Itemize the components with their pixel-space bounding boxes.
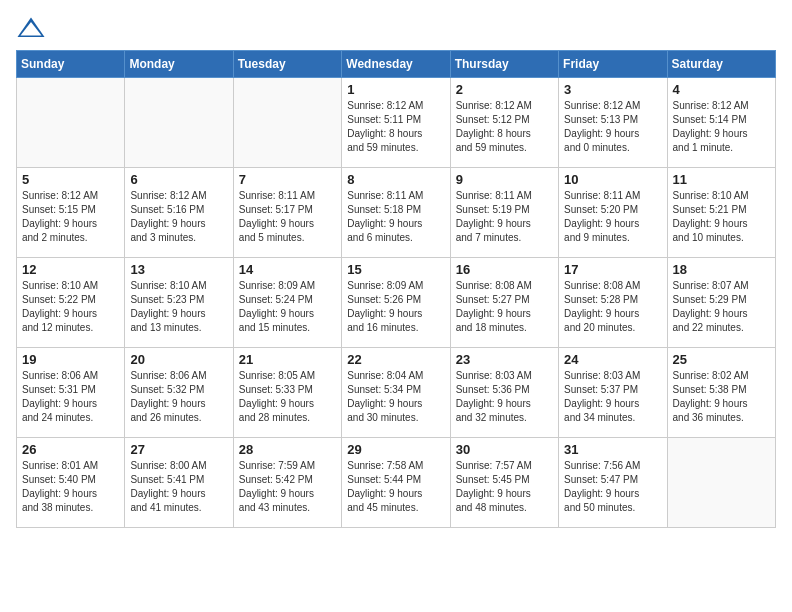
day-info: Sunrise: 8:01 AMSunset: 5:40 PMDaylight:… [22, 459, 119, 515]
day-number: 2 [456, 82, 553, 97]
day-number: 12 [22, 262, 119, 277]
calendar-cell: 6Sunrise: 8:12 AMSunset: 5:16 PMDaylight… [125, 168, 233, 258]
day-number: 20 [130, 352, 227, 367]
day-info: Sunrise: 8:10 AMSunset: 5:23 PMDaylight:… [130, 279, 227, 335]
day-info: Sunrise: 8:12 AMSunset: 5:13 PMDaylight:… [564, 99, 661, 155]
calendar-cell: 3Sunrise: 8:12 AMSunset: 5:13 PMDaylight… [559, 78, 667, 168]
day-number: 25 [673, 352, 770, 367]
day-info: Sunrise: 8:12 AMSunset: 5:15 PMDaylight:… [22, 189, 119, 245]
day-info: Sunrise: 8:00 AMSunset: 5:41 PMDaylight:… [130, 459, 227, 515]
day-info: Sunrise: 8:02 AMSunset: 5:38 PMDaylight:… [673, 369, 770, 425]
calendar-cell: 21Sunrise: 8:05 AMSunset: 5:33 PMDayligh… [233, 348, 341, 438]
logo-icon [16, 16, 46, 40]
calendar-cell [233, 78, 341, 168]
day-info: Sunrise: 8:12 AMSunset: 5:12 PMDaylight:… [456, 99, 553, 155]
day-number: 5 [22, 172, 119, 187]
day-number: 21 [239, 352, 336, 367]
day-number: 7 [239, 172, 336, 187]
day-number: 18 [673, 262, 770, 277]
calendar-cell: 8Sunrise: 8:11 AMSunset: 5:18 PMDaylight… [342, 168, 450, 258]
calendar-cell: 28Sunrise: 7:59 AMSunset: 5:42 PMDayligh… [233, 438, 341, 528]
day-info: Sunrise: 8:03 AMSunset: 5:37 PMDaylight:… [564, 369, 661, 425]
day-number: 9 [456, 172, 553, 187]
calendar-cell: 19Sunrise: 8:06 AMSunset: 5:31 PMDayligh… [17, 348, 125, 438]
day-info: Sunrise: 8:10 AMSunset: 5:22 PMDaylight:… [22, 279, 119, 335]
day-number: 15 [347, 262, 444, 277]
day-info: Sunrise: 8:06 AMSunset: 5:31 PMDaylight:… [22, 369, 119, 425]
calendar-cell [17, 78, 125, 168]
day-number: 26 [22, 442, 119, 457]
day-number: 23 [456, 352, 553, 367]
day-info: Sunrise: 8:11 AMSunset: 5:18 PMDaylight:… [347, 189, 444, 245]
day-info: Sunrise: 8:07 AMSunset: 5:29 PMDaylight:… [673, 279, 770, 335]
day-info: Sunrise: 8:10 AMSunset: 5:21 PMDaylight:… [673, 189, 770, 245]
day-number: 4 [673, 82, 770, 97]
day-info: Sunrise: 8:12 AMSunset: 5:11 PMDaylight:… [347, 99, 444, 155]
day-info: Sunrise: 8:03 AMSunset: 5:36 PMDaylight:… [456, 369, 553, 425]
day-number: 17 [564, 262, 661, 277]
day-info: Sunrise: 8:09 AMSunset: 5:26 PMDaylight:… [347, 279, 444, 335]
page-header [16, 16, 776, 40]
calendar-table: SundayMondayTuesdayWednesdayThursdayFrid… [16, 50, 776, 528]
calendar-cell: 24Sunrise: 8:03 AMSunset: 5:37 PMDayligh… [559, 348, 667, 438]
calendar-cell: 9Sunrise: 8:11 AMSunset: 5:19 PMDaylight… [450, 168, 558, 258]
day-info: Sunrise: 7:58 AMSunset: 5:44 PMDaylight:… [347, 459, 444, 515]
day-info: Sunrise: 7:56 AMSunset: 5:47 PMDaylight:… [564, 459, 661, 515]
day-number: 16 [456, 262, 553, 277]
day-number: 19 [22, 352, 119, 367]
day-info: Sunrise: 8:12 AMSunset: 5:16 PMDaylight:… [130, 189, 227, 245]
calendar-cell: 17Sunrise: 8:08 AMSunset: 5:28 PMDayligh… [559, 258, 667, 348]
day-info: Sunrise: 8:11 AMSunset: 5:17 PMDaylight:… [239, 189, 336, 245]
calendar-cell: 7Sunrise: 8:11 AMSunset: 5:17 PMDaylight… [233, 168, 341, 258]
day-number: 14 [239, 262, 336, 277]
weekday-header-friday: Friday [559, 51, 667, 78]
calendar-cell: 20Sunrise: 8:06 AMSunset: 5:32 PMDayligh… [125, 348, 233, 438]
day-info: Sunrise: 8:08 AMSunset: 5:28 PMDaylight:… [564, 279, 661, 335]
calendar-cell: 26Sunrise: 8:01 AMSunset: 5:40 PMDayligh… [17, 438, 125, 528]
day-number: 27 [130, 442, 227, 457]
calendar-cell: 11Sunrise: 8:10 AMSunset: 5:21 PMDayligh… [667, 168, 775, 258]
calendar-cell: 25Sunrise: 8:02 AMSunset: 5:38 PMDayligh… [667, 348, 775, 438]
day-info: Sunrise: 8:05 AMSunset: 5:33 PMDaylight:… [239, 369, 336, 425]
day-info: Sunrise: 8:11 AMSunset: 5:20 PMDaylight:… [564, 189, 661, 245]
day-info: Sunrise: 8:06 AMSunset: 5:32 PMDaylight:… [130, 369, 227, 425]
calendar-cell: 16Sunrise: 8:08 AMSunset: 5:27 PMDayligh… [450, 258, 558, 348]
day-info: Sunrise: 7:57 AMSunset: 5:45 PMDaylight:… [456, 459, 553, 515]
day-number: 6 [130, 172, 227, 187]
day-number: 1 [347, 82, 444, 97]
calendar-cell: 29Sunrise: 7:58 AMSunset: 5:44 PMDayligh… [342, 438, 450, 528]
day-number: 8 [347, 172, 444, 187]
weekday-header-tuesday: Tuesday [233, 51, 341, 78]
calendar-cell: 18Sunrise: 8:07 AMSunset: 5:29 PMDayligh… [667, 258, 775, 348]
calendar-cell: 1Sunrise: 8:12 AMSunset: 5:11 PMDaylight… [342, 78, 450, 168]
calendar-cell: 30Sunrise: 7:57 AMSunset: 5:45 PMDayligh… [450, 438, 558, 528]
calendar-cell: 13Sunrise: 8:10 AMSunset: 5:23 PMDayligh… [125, 258, 233, 348]
day-info: Sunrise: 8:04 AMSunset: 5:34 PMDaylight:… [347, 369, 444, 425]
calendar-cell: 10Sunrise: 8:11 AMSunset: 5:20 PMDayligh… [559, 168, 667, 258]
day-number: 31 [564, 442, 661, 457]
calendar-cell: 27Sunrise: 8:00 AMSunset: 5:41 PMDayligh… [125, 438, 233, 528]
weekday-header-thursday: Thursday [450, 51, 558, 78]
calendar-cell: 15Sunrise: 8:09 AMSunset: 5:26 PMDayligh… [342, 258, 450, 348]
day-number: 22 [347, 352, 444, 367]
weekday-header-monday: Monday [125, 51, 233, 78]
calendar-cell: 5Sunrise: 8:12 AMSunset: 5:15 PMDaylight… [17, 168, 125, 258]
weekday-header-wednesday: Wednesday [342, 51, 450, 78]
calendar-cell: 14Sunrise: 8:09 AMSunset: 5:24 PMDayligh… [233, 258, 341, 348]
calendar-cell: 31Sunrise: 7:56 AMSunset: 5:47 PMDayligh… [559, 438, 667, 528]
calendar-cell: 12Sunrise: 8:10 AMSunset: 5:22 PMDayligh… [17, 258, 125, 348]
day-info: Sunrise: 8:11 AMSunset: 5:19 PMDaylight:… [456, 189, 553, 245]
day-number: 10 [564, 172, 661, 187]
day-number: 30 [456, 442, 553, 457]
day-number: 29 [347, 442, 444, 457]
day-number: 13 [130, 262, 227, 277]
weekday-header-saturday: Saturday [667, 51, 775, 78]
day-number: 28 [239, 442, 336, 457]
day-number: 3 [564, 82, 661, 97]
day-info: Sunrise: 8:09 AMSunset: 5:24 PMDaylight:… [239, 279, 336, 335]
day-number: 24 [564, 352, 661, 367]
logo [16, 16, 50, 40]
calendar-cell: 23Sunrise: 8:03 AMSunset: 5:36 PMDayligh… [450, 348, 558, 438]
day-number: 11 [673, 172, 770, 187]
day-info: Sunrise: 8:12 AMSunset: 5:14 PMDaylight:… [673, 99, 770, 155]
